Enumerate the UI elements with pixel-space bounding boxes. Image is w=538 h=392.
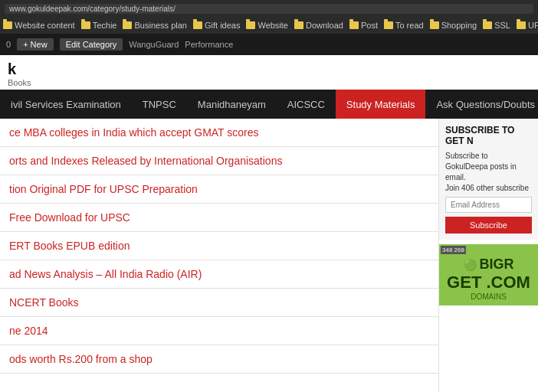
site-title[interactable]: k bbox=[8, 60, 530, 78]
folder-icon bbox=[123, 21, 132, 29]
list-item: ce MBA colleges in India which accept GM… bbox=[0, 119, 438, 147]
article-link[interactable]: ERT Books EPUB edition bbox=[0, 232, 438, 260]
list-item: NCERT Books bbox=[0, 289, 438, 317]
folder-icon bbox=[193, 21, 202, 29]
folder-icon bbox=[246, 21, 255, 29]
list-item: orts and Indexes Released by Internation… bbox=[0, 147, 438, 175]
bookmark-techie[interactable]: Techie bbox=[81, 21, 117, 30]
folder-icon bbox=[483, 21, 492, 29]
article-link[interactable]: orts and Indexes Released by Internation… bbox=[0, 147, 438, 175]
wanguard-label: WanguGuard bbox=[129, 40, 179, 49]
ad-brand: 🟢 BIGR bbox=[444, 256, 533, 273]
site-subtitle: Books bbox=[8, 78, 530, 87]
nav-item-tnpsc[interactable]: TNPSC bbox=[132, 90, 187, 119]
ad-domain-text: GET .COM bbox=[444, 273, 533, 292]
list-item: ad News Analysis – All India Radio (AIR) bbox=[0, 260, 438, 289]
subscribe-description: Subscribe to GokulDeepa posts in email. … bbox=[445, 151, 532, 194]
list-item: ERT Books EPUB edition bbox=[0, 232, 438, 260]
article-link[interactable]: tion Original PDF for UPSC Preparation bbox=[0, 175, 438, 203]
content-area: ce MBA colleges in India which accept GM… bbox=[0, 119, 438, 392]
folder-icon bbox=[81, 21, 90, 29]
nav-item-ask-questions[interactable]: Ask Questions/Doubts bbox=[425, 90, 538, 119]
bookmark-shopping[interactable]: Shopping bbox=[430, 21, 477, 30]
folder-icon bbox=[349, 21, 359, 29]
folder-icon bbox=[294, 21, 303, 29]
article-link[interactable]: ne 2014 bbox=[0, 317, 438, 345]
article-link[interactable]: Free Download for UPSC bbox=[0, 204, 438, 231]
performance-label: Performance bbox=[185, 40, 233, 49]
bookmark-upsc[interactable]: UPSC bbox=[517, 21, 538, 30]
subscribe-title: SUBSCRIBE TO GET N bbox=[445, 125, 532, 146]
counter-display: 0 bbox=[6, 40, 11, 49]
list-item: Free Download for UPSC bbox=[0, 204, 438, 232]
list-item: ods worth Rs.200 from a shop bbox=[0, 345, 438, 374]
bookmark-gift[interactable]: Gift ideas bbox=[193, 21, 240, 30]
edit-category-button[interactable]: Edit Category bbox=[60, 38, 123, 51]
admin-toolbar: 0 + New Edit Category WanguGuard Perform… bbox=[0, 34, 538, 55]
bookmark-website[interactable]: Website bbox=[246, 21, 288, 30]
bookmark-to-read[interactable]: To read bbox=[384, 21, 424, 30]
folder-icon bbox=[517, 21, 526, 29]
email-input[interactable] bbox=[445, 197, 532, 213]
bookmark-download[interactable]: Download bbox=[294, 21, 343, 30]
subscribe-button[interactable]: Subscribe bbox=[445, 217, 532, 234]
nav-item-study-materials[interactable]: Study Materials bbox=[336, 90, 426, 119]
article-link[interactable]: ce MBA colleges in India which accept GM… bbox=[0, 119, 438, 146]
advertisement-box: 348 268 🟢 BIGR GET .COM DOMAINS bbox=[439, 244, 538, 305]
url-display[interactable]: www.gokuldeepak.com/category/study-mater… bbox=[5, 4, 533, 14]
ad-size-label: 348 268 bbox=[441, 246, 466, 254]
nav-item-aicscc[interactable]: AICSCC bbox=[277, 90, 336, 119]
new-button[interactable]: + New bbox=[17, 38, 54, 51]
bookmark-business[interactable]: Business plan bbox=[123, 21, 187, 30]
folder-icon bbox=[384, 21, 393, 29]
folder-icon bbox=[430, 21, 439, 29]
browser-url-bar: www.gokuldeepak.com/category/study-mater… bbox=[0, 0, 538, 17]
nav-item-civil-services[interactable]: ivil Services Examination bbox=[0, 90, 132, 119]
article-link[interactable]: ad News Analysis – All India Radio (AIR) bbox=[0, 260, 438, 288]
main-nav: ivil Services Examination TNPSC Manidhan… bbox=[0, 90, 538, 119]
bookmarks-bar: Website content Techie Business plan Gif… bbox=[0, 17, 538, 34]
main-wrapper: ce MBA colleges in India which accept GM… bbox=[0, 119, 538, 392]
bookmark-post[interactable]: Post bbox=[349, 21, 378, 30]
ad-sub-text: DOMAINS bbox=[444, 292, 533, 301]
bookmark-ssl[interactable]: SSL bbox=[483, 21, 510, 30]
subscribe-widget: SUBSCRIBE TO GET N Subscribe to GokulDee… bbox=[439, 119, 538, 240]
list-item: tion Original PDF for UPSC Preparation bbox=[0, 175, 438, 204]
site-header: k Books bbox=[0, 55, 538, 90]
sidebar: SUBSCRIBE TO GET N Subscribe to GokulDee… bbox=[438, 119, 538, 392]
list-item: ne 2014 bbox=[0, 317, 438, 345]
article-list: ce MBA colleges in India which accept GM… bbox=[0, 119, 438, 374]
article-link[interactable]: NCERT Books bbox=[0, 289, 438, 316]
nav-item-manidhaneyam[interactable]: Manidhaneyam bbox=[187, 90, 277, 119]
article-link[interactable]: ods worth Rs.200 from a shop bbox=[0, 345, 438, 373]
bookmark-website-content[interactable]: Website content bbox=[3, 21, 75, 30]
folder-icon bbox=[3, 21, 12, 29]
